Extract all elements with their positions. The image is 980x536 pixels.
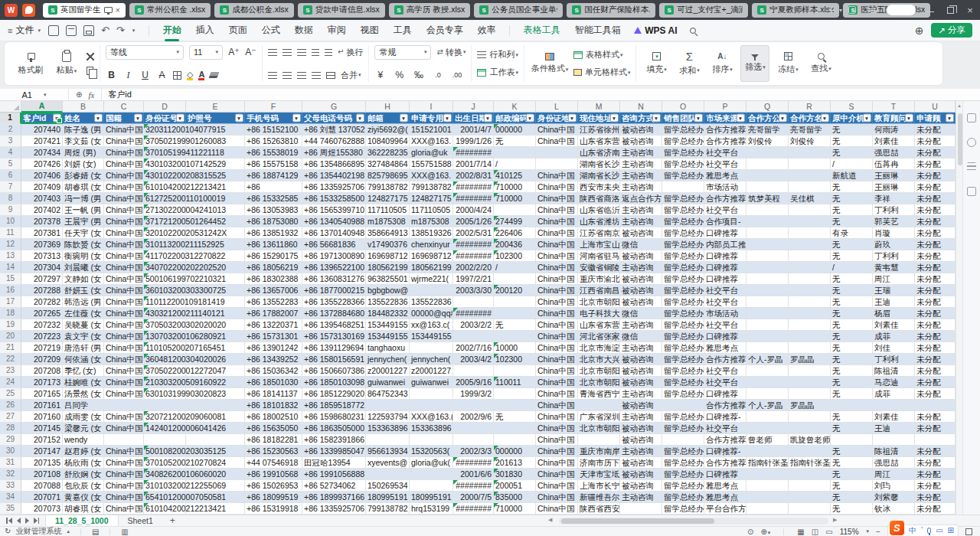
cell-U35[interactable]: 未分配 (915, 503, 956, 515)
cell-C6[interactable]: China中国 (104, 170, 144, 181)
redo-icon[interactable]: ↷ (116, 25, 125, 36)
cell-S7[interactable]: 无 (831, 181, 873, 193)
cell-P10[interactable]: 合作项目- (704, 216, 746, 227)
cell-K35[interactable]: 710000 (494, 503, 536, 515)
cell-D34[interactable]: 654101200007050581 (144, 492, 186, 503)
cell-F15[interactable]: +86 18302388 (245, 273, 302, 285)
cell-Q32[interactable] (746, 469, 789, 480)
cell-B30[interactable]: 赵君婷 (女 (63, 446, 104, 457)
cell-O28[interactable]: 留学总经办 (662, 423, 704, 434)
cell-H30[interactable]: 956613934 (366, 446, 410, 457)
menu-tab-审阅[interactable]: 审阅 (320, 20, 353, 41)
column-header-K[interactable]: K (494, 101, 536, 113)
cell-N16[interactable]: 被动咨询 (620, 285, 662, 296)
cell-C19[interactable]: China中国 (104, 319, 144, 331)
cell-R24[interactable] (789, 377, 831, 388)
cell-R20[interactable] (789, 331, 831, 342)
cell-D13[interactable]: 411702200312270822 (144, 250, 186, 262)
cell-P35[interactable]: 平台合作方 (704, 503, 746, 515)
cell-C11[interactable]: China中国 (104, 227, 144, 239)
column-header-Q[interactable]: Q (746, 101, 789, 113)
cell-F21[interactable]: +86 13901242 (245, 342, 302, 354)
menu-tab-效率[interactable]: 效率 (470, 20, 503, 41)
row-header-14[interactable]: 14 (0, 262, 21, 273)
cell-M24[interactable]: 北京市朝阳 (578, 377, 620, 388)
cell-A12[interactable]: 207369 (21, 239, 63, 250)
cell-Q30[interactable] (746, 446, 789, 457)
cell-K23[interactable] (494, 365, 536, 377)
cell-K31[interactable]: 201613 (494, 457, 536, 469)
cell-O34[interactable]: 留学总经办 (662, 492, 704, 503)
cell-S22[interactable]: 无 (831, 354, 873, 365)
cell-L14[interactable]: China中国 (536, 262, 578, 273)
cut-icon[interactable] (87, 53, 94, 60)
cell-M31[interactable]: 济南市历下 (578, 457, 620, 469)
cell-T2[interactable]: 何雨涛 (873, 124, 915, 136)
cell-C3[interactable]: China中国 (104, 136, 144, 147)
row-header-31[interactable]: 31 (0, 457, 21, 469)
cell-D25[interactable]: 630103199903020823 (144, 388, 186, 400)
cell-L35[interactable]: China中国 (536, 503, 578, 515)
cell-Q34[interactable] (746, 492, 789, 503)
cell-F2[interactable]: +86 15152100 (245, 124, 302, 136)
cell-A35[interactable]: 207073 (21, 503, 63, 515)
cell-C29[interactable] (104, 434, 144, 446)
cell-S4[interactable]: 无 (831, 147, 873, 159)
cell-L12[interactable]: China中国 (536, 239, 578, 250)
quick-access-chevron-icon[interactable]: ▾ (132, 28, 136, 34)
cell-D30[interactable]: 500108200203035125 (144, 446, 186, 457)
cell-M26[interactable] (578, 400, 620, 411)
cell-L23[interactable]: China中国 (536, 365, 578, 377)
cell-R17[interactable] (789, 296, 831, 308)
cell-B28[interactable]: 梁馨元 (女 (63, 423, 104, 434)
cell-C30[interactable]: China中国 (104, 446, 144, 457)
cell-M34[interactable]: 新疆维吾尔 (578, 492, 620, 503)
cell-T25[interactable]: 成菲 (873, 388, 915, 400)
sidebar-list-icon[interactable] (967, 162, 976, 172)
cell-N22[interactable]: 被动咨询 (620, 354, 662, 365)
cell-G35[interactable]: +86 1335925706 (302, 503, 366, 515)
cell-Q3[interactable]: 刘俊伶 (746, 136, 789, 147)
cell-P17[interactable]: 社交平台 (704, 296, 746, 308)
cell-N33[interactable]: 被动咨询 (620, 480, 662, 492)
cell-Q15[interactable] (746, 273, 789, 285)
decrease-indent-icon[interactable] (312, 49, 319, 56)
cell-F6[interactable]: +86 18874129 (245, 170, 302, 181)
cell-U18[interactable]: 未分配 (915, 308, 956, 319)
cell-P7[interactable]: 市场活动 (704, 181, 746, 193)
cell-O14[interactable]: 留学总经办 (662, 262, 704, 273)
cell-U5[interactable]: 未分配 (915, 159, 956, 170)
row-header-25[interactable]: 25 (0, 388, 21, 400)
cell-H12[interactable]: v17490376 (366, 239, 410, 250)
zoom-chevron-icon[interactable]: ▾ (867, 528, 870, 534)
cell-F4[interactable]: +86 15538019 (245, 147, 302, 159)
cell-D21[interactable]: 110105200207165451 (144, 342, 186, 354)
cell-P15[interactable]: 口碑推荐 (704, 273, 746, 285)
cell-U26[interactable] (915, 400, 956, 411)
cell-P4[interactable]: 社交平台 (704, 147, 746, 159)
cell-U8[interactable]: 未分配 (915, 193, 956, 204)
cell-A20[interactable]: 207223 (21, 331, 63, 342)
next-sheet-icon[interactable] (25, 518, 29, 524)
cell-I28[interactable]: 153363896 (410, 423, 453, 434)
cell-R3[interactable]: 刘俊伶 (789, 136, 831, 147)
merge-cells-button[interactable]: 合并▾ (341, 70, 361, 81)
row-header-18[interactable]: 18 (0, 308, 21, 319)
cell-C33[interactable]: China中国 (104, 480, 144, 492)
cell-Q2[interactable]: 亮哥留学 (746, 124, 789, 136)
cell-T16[interactable]: 王瑞 (873, 285, 915, 296)
cell-P11[interactable]: 口碑推荐 (704, 227, 746, 239)
column-header-B[interactable]: B (63, 101, 104, 113)
cell-S16[interactable]: 无 (831, 285, 873, 296)
row-header-16[interactable]: 16 (0, 285, 21, 296)
filter-header-M[interactable]: 现住地址▼ (578, 113, 620, 124)
cell-Q31[interactable]: 指南针张圣 (746, 457, 789, 469)
row-header-35[interactable]: 35 (0, 503, 21, 515)
cell-L26[interactable]: China中国 (536, 400, 578, 411)
row-header-7[interactable]: 7 (0, 181, 21, 193)
cell-B23[interactable]: 季忆 (女) (63, 365, 104, 377)
cell-O3[interactable]: 留学总经办 (662, 136, 704, 147)
cell-P25[interactable]: 口碑推荐 (704, 388, 746, 400)
filter-dropdown-icon[interactable]: ▼ (821, 114, 829, 123)
sheet-tab-Sheet1[interactable]: Sheet1 (119, 515, 162, 527)
